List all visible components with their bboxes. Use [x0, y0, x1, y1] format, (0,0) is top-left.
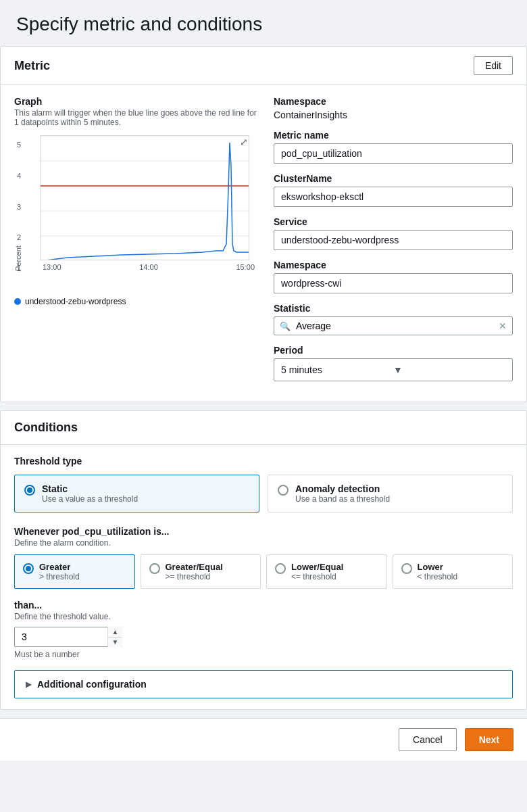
metric-name-field-group: Metric name — [274, 130, 513, 164]
statistic-label: Statistic — [274, 303, 513, 314]
metric-fields: Namespace ContainerInsights Metric name … — [274, 96, 513, 391]
period-value: 5 minutes — [281, 364, 393, 375]
threshold-type-row: Static Use a value as a threshold Anomal… — [14, 475, 513, 512]
period-select[interactable]: 5 minutes ▼ — [274, 358, 513, 381]
metric-name-input[interactable] — [274, 143, 513, 164]
threshold-option-anomaly[interactable]: Anomaly detection Use a band as a thresh… — [268, 475, 513, 512]
threshold-value-wrapper: ▲ ▼ — [14, 627, 122, 647]
graph-label: Graph — [14, 96, 257, 107]
than-title: than... — [14, 600, 513, 611]
service-input[interactable] — [274, 230, 513, 250]
edit-button[interactable]: Edit — [474, 56, 513, 75]
metric-section-title: Metric — [14, 59, 50, 73]
chart-svg: ⤢ — [40, 135, 249, 260]
condition-option-lower[interactable]: Lower < threshold — [393, 554, 513, 589]
statistic-search[interactable]: 🔍 ✕ — [274, 316, 513, 335]
namespace2-label: Namespace — [274, 260, 513, 270]
statistic-input[interactable] — [292, 317, 499, 335]
additional-config-label: Additional configuration — [37, 679, 147, 690]
threshold-value-input[interactable] — [14, 627, 122, 647]
page-title: Specify metric and conditions — [16, 14, 511, 35]
conditions-section: Conditions Threshold type Static Use a v… — [0, 410, 527, 710]
condition-option-greater-equal[interactable]: Greater/Equal >= threshold — [141, 554, 261, 589]
conditions-section-header: Conditions — [1, 411, 526, 445]
spinner-down-button[interactable]: ▼ — [108, 638, 122, 648]
threshold-anomaly-text: Anomaly detection Use a band as a thresh… — [295, 483, 390, 504]
legend-label: understood-zebu-wordpress — [25, 297, 126, 306]
namespace-label: Namespace — [274, 96, 513, 107]
than-section: than... Define the threshold value. ▲ ▼ … — [14, 600, 513, 659]
cluster-name-label: ClusterName — [274, 173, 513, 184]
whenever-subtitle: Define the alarm condition. — [14, 538, 513, 548]
next-button[interactable]: Next — [465, 728, 513, 751]
clear-icon[interactable]: ✕ — [499, 320, 507, 331]
than-subtitle: Define the threshold value. — [14, 612, 513, 621]
svg-text:⤢: ⤢ — [240, 137, 248, 147]
service-field-group: Service — [274, 216, 513, 250]
condition-greater-text: Greater > threshold — [39, 562, 80, 581]
period-field-group: Period 5 minutes ▼ — [274, 345, 513, 381]
radio-static — [24, 485, 35, 496]
threshold-static-text: Static Use a value as a threshold — [42, 483, 138, 504]
radio-lower — [401, 563, 412, 574]
namespace2-field-group: Namespace — [274, 260, 513, 293]
radio-anomaly — [278, 485, 288, 496]
radio-static-inner — [27, 487, 32, 493]
namespace2-input[interactable] — [274, 273, 513, 293]
metric-section-header: Metric Edit — [1, 47, 526, 85]
cluster-name-input[interactable] — [274, 187, 513, 207]
dropdown-arrow-icon: ▼ — [393, 364, 505, 375]
graph-left: Graph This alarm will trigger when the b… — [14, 96, 257, 391]
conditions-body: Threshold type Static Use a value as a t… — [1, 445, 526, 709]
must-be-number: Must be a number — [14, 650, 513, 659]
radio-greater-equal — [149, 563, 160, 574]
search-icon: 🔍 — [280, 321, 291, 331]
statistic-field-group: Statistic 🔍 ✕ — [274, 303, 513, 335]
graph-area: Graph This alarm will trigger when the b… — [14, 96, 513, 391]
chevron-right-icon: ▶ — [26, 679, 32, 689]
threshold-anomaly-title: Anomaly detection — [295, 483, 390, 494]
condition-lower-text: Lower < threshold — [418, 562, 458, 581]
condition-lower-equal-text: Lower/Equal <= threshold — [291, 562, 343, 581]
condition-options-row: Greater > threshold Greater/Equal >= thr… — [14, 554, 513, 589]
metric-section: Metric Edit Graph This alarm will trigge… — [0, 46, 527, 402]
threshold-static-title: Static — [42, 483, 138, 494]
namespace-value: ContainerInsights — [274, 110, 513, 120]
graph-legend: understood-zebu-wordpress — [14, 297, 257, 306]
additional-config[interactable]: ▶ Additional configuration — [14, 670, 513, 698]
threshold-option-static[interactable]: Static Use a value as a threshold — [14, 475, 259, 512]
graph-desc: This alarm will trigger when the blue li… — [14, 108, 257, 127]
service-label: Service — [274, 216, 513, 227]
namespace-field-group: Namespace ContainerInsights — [274, 96, 513, 120]
threshold-static-desc: Use a value as a threshold — [42, 494, 138, 504]
threshold-anomaly-desc: Use a band as a threshold — [295, 494, 390, 504]
cluster-name-field-group: ClusterName — [274, 173, 513, 207]
whenever-section: Whenever pod_cpu_utilization is... Defin… — [14, 526, 513, 589]
legend-dot — [14, 298, 21, 305]
condition-option-greater[interactable]: Greater > threshold — [14, 554, 135, 589]
number-spinners: ▲ ▼ — [107, 627, 122, 647]
page-footer: Cancel Next — [0, 718, 527, 761]
metric-section-body: Graph This alarm will trigger when the b… — [1, 85, 526, 402]
condition-greater-equal-text: Greater/Equal >= threshold — [166, 562, 223, 581]
radio-lower-equal — [275, 563, 286, 574]
whenever-title: Whenever pod_cpu_utilization is... — [14, 526, 513, 537]
threshold-type-label: Threshold type — [14, 456, 513, 467]
page-header: Specify metric and conditions — [0, 0, 527, 46]
period-label: Period — [274, 345, 513, 356]
conditions-section-title: Conditions — [14, 421, 78, 435]
cancel-button[interactable]: Cancel — [399, 728, 457, 751]
condition-option-lower-equal[interactable]: Lower/Equal <= threshold — [266, 554, 387, 589]
y-axis-label: Percent — [14, 245, 22, 271]
metric-name-label: Metric name — [274, 130, 513, 141]
radio-greater — [23, 563, 34, 574]
spinner-up-button[interactable]: ▲ — [108, 627, 122, 638]
